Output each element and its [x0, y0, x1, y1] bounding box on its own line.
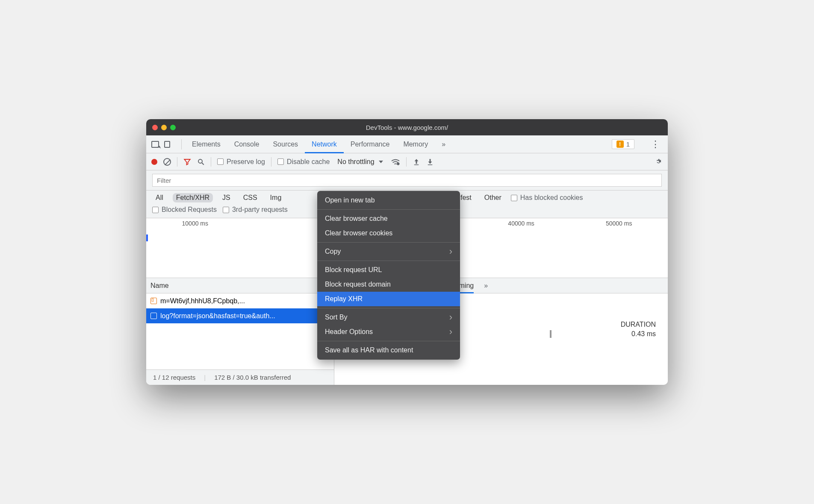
- type-img[interactable]: Img: [267, 193, 285, 202]
- menu-header-options[interactable]: Header Options: [317, 325, 460, 339]
- queue-bar-icon: [550, 330, 552, 338]
- network-conditions-icon[interactable]: [391, 158, 400, 166]
- separator: [181, 139, 182, 149]
- throttling-value: No throttling: [337, 158, 374, 166]
- separator: [211, 157, 211, 167]
- menu-clear-cache[interactable]: Clear browser cache: [317, 211, 460, 226]
- window-title: DevTools - www.google.com/: [146, 124, 668, 131]
- type-fetch-xhr[interactable]: Fetch/XHR: [173, 193, 213, 202]
- filter-input[interactable]: [152, 174, 662, 187]
- tab-console[interactable]: Console: [227, 135, 266, 153]
- blocked-requests-checkbox[interactable]: Blocked Requests: [152, 206, 217, 214]
- menu-save-har[interactable]: Save all as HAR with content: [317, 343, 460, 357]
- disable-cache-label: Disable cache: [287, 158, 330, 166]
- svg-point-2: [397, 162, 399, 165]
- type-js[interactable]: JS: [219, 193, 234, 202]
- duration-label: DURATION: [621, 321, 656, 328]
- timeline-marker: [146, 234, 148, 241]
- separator: [271, 157, 271, 167]
- tab-performance[interactable]: Performance: [344, 135, 397, 153]
- preserve-log-checkbox[interactable]: Preserve log: [217, 158, 265, 166]
- timeline-tick: 40000 ms: [508, 220, 534, 227]
- tab-network[interactable]: Network: [305, 135, 344, 153]
- menu-separator: [317, 242, 460, 243]
- request-name: m=Wt6vjf,hhhU8,FCpbqb,...: [160, 297, 245, 305]
- request-name: log?format=json&hasfast=true&auth...: [160, 312, 275, 320]
- blocked-req-label: Blocked Requests: [162, 206, 217, 214]
- menu-open-new-tab[interactable]: Open in new tab: [317, 193, 460, 208]
- third-party-checkbox[interactable]: 3rd-party requests: [223, 206, 288, 214]
- filter-icon[interactable]: [183, 158, 191, 166]
- throttling-select[interactable]: No throttling: [336, 158, 384, 166]
- checkbox-icon: [511, 195, 517, 201]
- tabs-overflow[interactable]: »: [435, 135, 452, 153]
- disable-cache-checkbox[interactable]: Disable cache: [277, 158, 330, 166]
- type-css[interactable]: CSS: [240, 193, 261, 202]
- menu-block-url[interactable]: Block request URL: [317, 263, 460, 277]
- download-har-icon[interactable]: [426, 158, 434, 166]
- settings-gear-icon[interactable]: [639, 140, 648, 149]
- filter-bar: [146, 170, 668, 190]
- queueing-value: 0.43 ms: [631, 330, 656, 338]
- request-list-panel: Name m=Wt6vjf,hhhU8,FCpbqb,... log?forma…: [146, 278, 334, 385]
- menu-replay-xhr[interactable]: Replay XHR: [317, 292, 460, 306]
- timeline-tick: 10000 ms: [182, 220, 208, 227]
- titlebar: DevTools - www.google.com/: [146, 119, 668, 135]
- status-bar: 1 / 12 requests | 172 B / 30.0 kB transf…: [146, 369, 334, 385]
- request-type-icon: [150, 298, 157, 304]
- network-toolbar: Preserve log Disable cache No throttling: [146, 153, 668, 170]
- menu-sort-by[interactable]: Sort By: [317, 310, 460, 325]
- svg-line-1: [202, 163, 204, 165]
- upload-har-icon[interactable]: [413, 158, 420, 166]
- issues-badge[interactable]: 1: [612, 139, 634, 149]
- request-count: 1 / 12 requests: [153, 374, 195, 381]
- third-party-label: 3rd-party requests: [232, 206, 288, 214]
- transfer-size: 172 B / 30.0 kB transferred: [214, 374, 291, 381]
- column-header-name[interactable]: Name: [146, 278, 334, 293]
- separator: [177, 157, 177, 167]
- separator: [406, 157, 407, 167]
- menu-clear-cookies[interactable]: Clear browser cookies: [317, 226, 460, 240]
- menu-block-domain[interactable]: Block request domain: [317, 277, 460, 292]
- record-button[interactable]: [151, 159, 157, 165]
- tab-memory[interactable]: Memory: [396, 135, 435, 153]
- issues-count: 1: [626, 141, 630, 148]
- blocked-cookies-label: Has blocked cookies: [520, 194, 583, 202]
- timeline-tick: 50000 ms: [606, 220, 632, 227]
- menu-separator: [317, 308, 460, 308]
- tab-elements[interactable]: Elements: [185, 135, 227, 153]
- checkbox-icon: [223, 207, 229, 213]
- detail-tabs-overflow[interactable]: »: [484, 278, 488, 293]
- svg-point-0: [198, 159, 202, 163]
- clear-button[interactable]: [163, 158, 171, 166]
- network-settings-icon[interactable]: [653, 157, 663, 167]
- inspect-element-icon[interactable]: [151, 141, 159, 148]
- chevron-down-icon: [379, 161, 383, 163]
- context-menu: Open in new tab Clear browser cache Clea…: [317, 191, 460, 360]
- menu-separator: [317, 261, 460, 261]
- panel-tabs: Elements Console Sources Network Perform…: [146, 135, 668, 153]
- request-row[interactable]: log?format=json&hasfast=true&auth...: [146, 308, 334, 323]
- type-other[interactable]: Other: [481, 193, 505, 202]
- blocked-cookies-checkbox[interactable]: Has blocked cookies: [511, 194, 583, 202]
- device-toggle-icon[interactable]: [164, 141, 170, 148]
- menu-separator: [317, 209, 460, 210]
- more-menu-icon[interactable]: ⋮: [648, 139, 663, 150]
- tab-sources[interactable]: Sources: [266, 135, 305, 153]
- request-type-icon: [150, 313, 157, 319]
- checkbox-icon: [277, 158, 284, 165]
- search-icon[interactable]: [197, 158, 205, 166]
- checkbox-icon: [152, 207, 159, 213]
- warning-icon: [616, 141, 624, 148]
- menu-separator: [317, 341, 460, 341]
- preserve-log-label: Preserve log: [227, 158, 265, 166]
- request-row[interactable]: m=Wt6vjf,hhhU8,FCpbqb,...: [146, 293, 334, 308]
- menu-copy[interactable]: Copy: [317, 244, 460, 259]
- type-all[interactable]: All: [152, 193, 167, 202]
- checkbox-icon: [217, 158, 224, 165]
